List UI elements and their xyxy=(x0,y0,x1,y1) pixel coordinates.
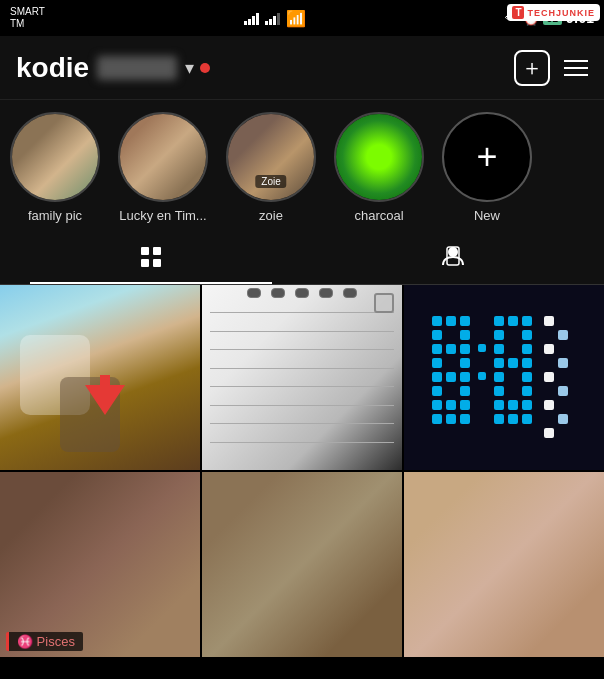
svg-rect-29 xyxy=(494,344,504,354)
album-label-zoie: zoie xyxy=(259,208,283,223)
pisces-badge: ♓ Pisces xyxy=(6,632,83,651)
svg-rect-26 xyxy=(478,372,486,380)
photo-bottom-right[interactable] xyxy=(404,472,604,657)
carrier-name2: TM xyxy=(10,18,45,30)
tab-grid[interactable] xyxy=(0,235,302,284)
svg-rect-40 xyxy=(522,358,532,368)
svg-rect-53 xyxy=(558,358,568,368)
svg-rect-19 xyxy=(460,330,470,340)
svg-rect-10 xyxy=(432,358,442,368)
svg-rect-9 xyxy=(432,344,442,354)
album-new[interactable]: + New xyxy=(442,112,532,223)
album-circle-new: + xyxy=(442,112,532,202)
svg-rect-42 xyxy=(522,386,532,396)
add-button[interactable]: ＋ xyxy=(514,50,550,86)
svg-rect-52 xyxy=(544,344,554,354)
svg-rect-46 xyxy=(460,414,470,424)
svg-marker-6 xyxy=(85,375,125,415)
svg-point-4 xyxy=(448,247,458,257)
svg-rect-41 xyxy=(522,372,532,382)
svg-rect-7 xyxy=(432,316,442,326)
tab-bar xyxy=(0,235,604,285)
svg-rect-55 xyxy=(558,386,568,396)
svg-rect-45 xyxy=(446,414,456,424)
svg-rect-2 xyxy=(141,259,149,267)
watermark-logo: T xyxy=(512,6,524,19)
albums-row: family pic Lucky en Tim... Zoie zoie cha… xyxy=(10,112,594,223)
svg-rect-36 xyxy=(508,400,518,410)
svg-rect-1 xyxy=(153,247,161,255)
svg-rect-31 xyxy=(494,372,504,382)
album-family-pic[interactable]: family pic xyxy=(10,112,100,223)
album-img-charcoal xyxy=(336,114,422,200)
album-label-new: New xyxy=(474,208,500,223)
svg-rect-16 xyxy=(446,372,456,382)
svg-rect-57 xyxy=(558,414,568,424)
svg-rect-21 xyxy=(460,358,470,368)
chevron-down-icon[interactable]: ▾ xyxy=(185,57,194,79)
svg-rect-34 xyxy=(508,316,518,326)
svg-rect-27 xyxy=(494,316,504,326)
carrier-name: SMART xyxy=(10,6,45,18)
svg-rect-54 xyxy=(544,372,554,382)
album-circle-charcoal xyxy=(334,112,424,202)
led-clock-display xyxy=(404,285,604,470)
svg-rect-43 xyxy=(522,400,532,410)
svg-rect-56 xyxy=(544,400,554,410)
svg-rect-3 xyxy=(153,259,161,267)
notification-dot xyxy=(200,63,210,73)
menu-button[interactable] xyxy=(564,60,588,76)
photo-dogs-two[interactable] xyxy=(0,285,200,470)
album-charcoal[interactable]: charcoal xyxy=(334,112,424,223)
svg-rect-50 xyxy=(544,316,554,326)
album-img-lucky xyxy=(120,114,206,200)
svg-rect-38 xyxy=(522,330,532,340)
photo-bottom-mid[interactable] xyxy=(202,472,402,657)
svg-rect-58 xyxy=(544,428,554,438)
svg-rect-35 xyxy=(508,358,518,368)
album-circle-zoie: Zoie xyxy=(226,112,316,202)
watermark-brand: TECHJUNKIE xyxy=(527,8,595,18)
zoie-sublabel: Zoie xyxy=(255,175,286,188)
album-lucky[interactable]: Lucky en Tim... xyxy=(118,112,208,223)
grid-icon xyxy=(139,245,163,275)
photo-grid: ♓ Pisces xyxy=(0,285,604,657)
header-right: ＋ xyxy=(514,50,588,86)
wifi-icon: 📶 xyxy=(286,9,306,28)
svg-rect-49 xyxy=(522,414,532,424)
svg-rect-32 xyxy=(494,386,504,396)
svg-rect-30 xyxy=(494,358,504,368)
header-left: kodie ▾ xyxy=(16,52,514,84)
svg-rect-48 xyxy=(508,414,518,424)
carrier-info: SMART TM xyxy=(10,6,45,30)
signal-bars-1 xyxy=(244,11,259,25)
photo-bottom-left[interactable]: ♓ Pisces xyxy=(0,472,200,657)
album-label-family-pic: family pic xyxy=(28,208,82,223)
svg-rect-47 xyxy=(494,414,504,424)
svg-rect-11 xyxy=(432,372,442,382)
new-plus-icon: + xyxy=(476,136,497,178)
header: kodie ▾ ＋ xyxy=(0,36,604,100)
tab-person[interactable] xyxy=(302,235,604,284)
svg-rect-25 xyxy=(478,344,486,352)
album-label-charcoal: charcoal xyxy=(354,208,403,223)
svg-rect-22 xyxy=(460,372,470,382)
svg-rect-28 xyxy=(494,330,504,340)
svg-rect-0 xyxy=(141,247,149,255)
album-img-family-pic xyxy=(12,114,98,200)
svg-rect-12 xyxy=(432,386,442,396)
watermark: T TECHJUNKIE xyxy=(507,4,600,21)
svg-rect-37 xyxy=(522,316,532,326)
album-label-lucky: Lucky en Tim... xyxy=(119,208,206,223)
album-circle-lucky xyxy=(118,112,208,202)
add-icon: ＋ xyxy=(521,53,543,83)
svg-rect-33 xyxy=(494,400,504,410)
svg-rect-24 xyxy=(460,400,470,410)
svg-rect-13 xyxy=(432,400,442,410)
photo-notebook[interactable] xyxy=(202,285,402,470)
username-text: kodie xyxy=(16,52,89,84)
photo-clock[interactable] xyxy=(404,285,604,470)
svg-rect-39 xyxy=(522,344,532,354)
album-zoie[interactable]: Zoie zoie xyxy=(226,112,316,223)
svg-rect-15 xyxy=(446,344,456,354)
